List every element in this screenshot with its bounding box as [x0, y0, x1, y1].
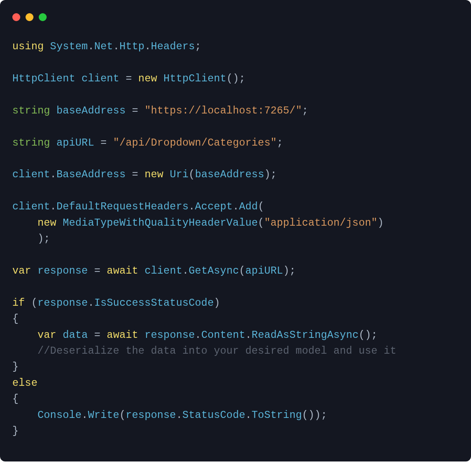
- code-token: //Deserialize the data into your desired…: [37, 345, 396, 357]
- code-token: client: [81, 73, 119, 84]
- code-token: GetAsync: [189, 265, 239, 277]
- code-token: data: [63, 329, 88, 341]
- code-token: [163, 168, 169, 180]
- code-token: "application/json": [264, 217, 377, 229]
- code-token: [107, 137, 113, 149]
- code-token: Uri: [170, 168, 189, 180]
- code-token: BaseAddress: [56, 168, 125, 180]
- code-token: ): [214, 297, 220, 309]
- code-token: Headers: [151, 40, 195, 52]
- code-token: [100, 329, 107, 341]
- minimize-icon[interactable]: [26, 13, 33, 21]
- code-token: var: [37, 329, 56, 341]
- code-token: ;: [195, 40, 201, 52]
- code-token: ();: [226, 73, 245, 84]
- code-token: [56, 217, 63, 229]
- code-token: [12, 329, 37, 341]
- code-token: =: [125, 73, 132, 84]
- code-token: (: [258, 201, 264, 212]
- code-token: (: [239, 265, 245, 277]
- close-icon[interactable]: [12, 13, 20, 21]
- code-token: [132, 73, 138, 84]
- code-token: =: [132, 168, 138, 180]
- code-token: Http: [119, 40, 144, 52]
- code-token: client: [12, 201, 50, 212]
- code-token: (: [258, 217, 264, 229]
- code-token: [88, 329, 94, 341]
- code-token: );: [12, 233, 50, 245]
- zoom-icon[interactable]: [39, 13, 47, 21]
- code-token: [157, 73, 163, 84]
- code-token: [94, 137, 100, 149]
- code-token: HttpClient: [12, 73, 75, 84]
- code-token: (: [189, 168, 195, 180]
- code-token: [12, 409, 37, 421]
- code-token: (: [25, 297, 38, 309]
- code-token: .: [81, 409, 88, 421]
- code-token: ): [378, 217, 384, 229]
- code-token: }: [12, 361, 18, 373]
- code-block: using System.Net.Http.Headers; HttpClien…: [0, 26, 471, 439]
- code-token: client: [144, 265, 182, 277]
- code-token: apiURL: [56, 137, 94, 149]
- code-token: apiURL: [245, 265, 283, 277]
- code-token: [138, 265, 144, 277]
- code-token: StatusCode: [182, 409, 245, 421]
- code-token: if: [12, 297, 25, 309]
- code-token: =: [94, 329, 100, 341]
- code-token: .: [50, 201, 56, 212]
- code-token: );: [264, 168, 277, 180]
- code-token: [12, 217, 37, 229]
- code-token: "https://localhost:7265/": [144, 105, 302, 117]
- code-token: );: [283, 265, 296, 277]
- code-token: .: [88, 40, 94, 52]
- code-token: }: [12, 425, 18, 437]
- code-token: var: [12, 265, 31, 277]
- code-token: [56, 329, 63, 341]
- code-token: Add: [239, 201, 258, 212]
- code-token: .: [189, 201, 195, 212]
- code-token: else: [12, 377, 37, 389]
- code-token: DefaultRequestHeaders: [56, 201, 188, 212]
- code-token: string: [12, 105, 50, 117]
- code-token: response: [144, 329, 195, 341]
- code-token: [125, 105, 132, 117]
- code-token: =: [132, 105, 138, 117]
- code-token: {: [12, 393, 18, 405]
- code-token: [138, 168, 144, 180]
- code-token: .: [50, 168, 56, 180]
- code-token: [75, 73, 81, 84]
- code-token: baseAddress: [56, 105, 125, 117]
- code-token: IsSuccessStatusCode: [94, 297, 214, 309]
- code-token: [138, 105, 144, 117]
- code-token: .: [182, 265, 188, 277]
- code-token: .: [176, 409, 182, 421]
- code-token: new: [144, 168, 163, 180]
- code-token: Write: [88, 409, 120, 421]
- code-token: string: [12, 137, 50, 149]
- code-token: [119, 73, 125, 84]
- code-token: =: [94, 265, 100, 277]
- code-token: {: [12, 313, 18, 325]
- code-token: .: [88, 297, 94, 309]
- code-token: .: [113, 40, 119, 52]
- code-token: await: [107, 329, 139, 341]
- code-token: Net: [94, 40, 113, 52]
- code-token: [44, 40, 50, 52]
- code-token: System: [50, 40, 88, 52]
- code-token: [138, 329, 144, 341]
- code-token: .: [233, 201, 239, 212]
- code-token: .: [245, 409, 251, 421]
- code-token: (: [119, 409, 125, 421]
- code-token: response: [125, 409, 176, 421]
- code-token: await: [107, 265, 139, 277]
- code-token: using: [12, 40, 44, 52]
- code-token: .: [144, 40, 151, 52]
- code-token: HttpClient: [163, 73, 226, 84]
- code-token: =: [100, 137, 107, 149]
- code-token: client: [12, 168, 50, 180]
- code-token: response: [37, 297, 88, 309]
- code-token: new: [37, 217, 56, 229]
- code-token: [31, 265, 37, 277]
- code-token: [12, 345, 37, 357]
